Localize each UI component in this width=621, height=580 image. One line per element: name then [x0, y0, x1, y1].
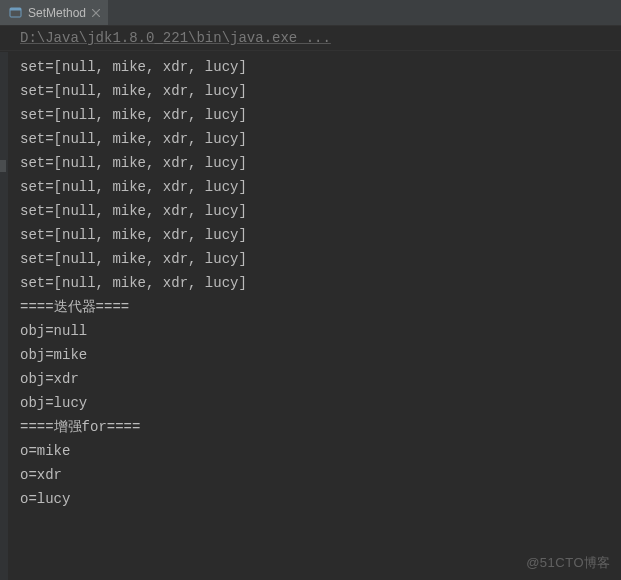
console-line: set=[null, mike, xdr, lucy]: [8, 151, 621, 175]
close-icon[interactable]: [92, 9, 100, 17]
console-line: set=[null, mike, xdr, lucy]: [8, 103, 621, 127]
console-line: set=[null, mike, xdr, lucy]: [8, 199, 621, 223]
console-line: obj=xdr: [8, 367, 621, 391]
console-line: obj=mike: [8, 343, 621, 367]
console-line: set=[null, mike, xdr, lucy]: [8, 271, 621, 295]
console-line: set=[null, mike, xdr, lucy]: [8, 79, 621, 103]
console-line: obj=null: [8, 319, 621, 343]
run-icon: [8, 6, 22, 20]
console-line: set=[null, mike, xdr, lucy]: [8, 127, 621, 151]
gutter-marker: [0, 160, 6, 172]
console-line: set=[null, mike, xdr, lucy]: [8, 55, 621, 79]
tab-label: SetMethod: [28, 6, 86, 20]
console-line: set=[null, mike, xdr, lucy]: [8, 175, 621, 199]
tab-bar: SetMethod: [0, 0, 621, 26]
console-line: ====迭代器====: [8, 295, 621, 319]
tab-setmethod[interactable]: SetMethod: [0, 0, 108, 25]
svg-rect-1: [10, 8, 21, 11]
console-output[interactable]: set=[null, mike, xdr, lucy]set=[null, mi…: [0, 51, 621, 515]
command-line[interactable]: D:\Java\jdk1.8.0_221\bin\java.exe ...: [0, 26, 621, 51]
console-line: set=[null, mike, xdr, lucy]: [8, 247, 621, 271]
console-line: ====增强for====: [8, 415, 621, 439]
console-line: obj=lucy: [8, 391, 621, 415]
console-line: o=xdr: [8, 463, 621, 487]
console-line: o=lucy: [8, 487, 621, 511]
gutter: [0, 52, 8, 580]
watermark: @51CTO博客: [526, 554, 611, 572]
console-line: o=mike: [8, 439, 621, 463]
console-line: set=[null, mike, xdr, lucy]: [8, 223, 621, 247]
